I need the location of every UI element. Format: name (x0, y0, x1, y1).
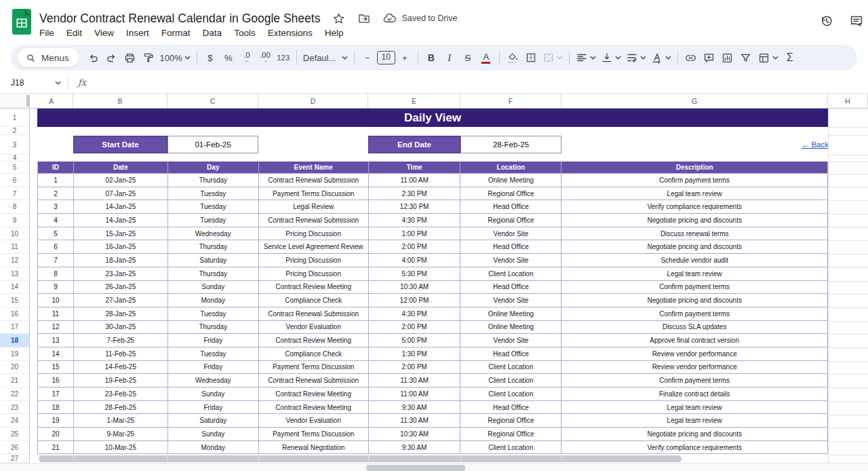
format-currency-button[interactable]: $ (201, 49, 219, 67)
cell[interactable]: 5 (38, 227, 74, 241)
cell[interactable]: 23-Feb-25 (74, 388, 168, 401)
cell[interactable]: Pricing Discussion (259, 267, 369, 281)
cell[interactable]: Approve final contract version (561, 334, 828, 347)
cell[interactable]: 3 (38, 200, 74, 214)
cell[interactable]: Vendor Site (460, 294, 561, 307)
cell[interactable]: Monday (168, 294, 259, 307)
cell[interactable]: Review vendor performance (561, 361, 828, 375)
menu-view[interactable]: View (88, 26, 120, 39)
cell[interactable]: 11:30 AM (369, 414, 461, 428)
row-header-27[interactable]: 27 (0, 454, 29, 463)
cell[interactable]: Saturday (168, 254, 259, 267)
vertical-align-button[interactable] (599, 49, 623, 67)
cell[interactable]: Discuss SLA updates (561, 321, 828, 335)
row-header-17[interactable]: 17 (0, 321, 29, 335)
bottom-scrollbar-thumb[interactable] (366, 465, 465, 471)
insert-link-button[interactable] (682, 49, 700, 67)
cell[interactable]: 13 (38, 334, 74, 347)
cell[interactable]: Tuesday (168, 214, 259, 227)
cell[interactable]: 19 (38, 414, 74, 428)
decrease-decimal-button[interactable]: .0← (238, 49, 256, 67)
show-comments-icon[interactable] (849, 14, 864, 29)
cell[interactable]: Legal team review (561, 267, 828, 281)
star-icon[interactable] (331, 11, 346, 26)
cell[interactable]: Contract Review Meeting (259, 388, 369, 401)
cell[interactable]: Wednesday (168, 227, 259, 241)
row-header-14[interactable]: 14 (0, 281, 29, 295)
decrease-font-size-button[interactable]: − (359, 49, 376, 67)
cell[interactable]: Contract Renewal Submission (259, 374, 369, 388)
cell[interactable]: Legal Review (259, 200, 369, 214)
cell[interactable]: Pricing Discussion (259, 254, 369, 267)
row-header-10[interactable]: 10 (0, 227, 29, 241)
cell[interactable]: Negotiate pricing and discounts (561, 428, 828, 441)
cell[interactable]: 2:00 PM (369, 240, 461, 254)
horizontal-align-button[interactable] (574, 49, 598, 67)
cell[interactable]: Contract Review Meeting (259, 334, 369, 347)
cell[interactable]: 15 (38, 361, 74, 375)
row-header-16[interactable]: 16 (0, 307, 29, 321)
cell[interactable]: Regional Office (460, 414, 561, 428)
menus-search-button[interactable]: Menus (18, 48, 79, 67)
borders-button[interactable] (522, 49, 540, 67)
more-formats-button[interactable]: 123 (275, 49, 292, 67)
insert-chart-button[interactable] (719, 49, 736, 67)
cell[interactable]: 1 (38, 174, 74, 187)
cell[interactable]: 9 (38, 281, 74, 295)
cell[interactable]: Head Office (460, 240, 561, 254)
document-title[interactable]: Vendor Contract Renewal Calendar in Goog… (39, 12, 320, 26)
menu-tools[interactable]: Tools (228, 26, 262, 39)
cell[interactable]: 12:30 PM (369, 200, 461, 214)
fill-color-button[interactable] (504, 49, 521, 67)
column-header-G[interactable]: G (561, 94, 828, 108)
row-header-19[interactable]: 19 (0, 347, 29, 361)
cell[interactable]: 12:00 PM (369, 294, 461, 307)
cell[interactable]: 28-Jan-25 (74, 307, 168, 321)
cell[interactable]: 11 (38, 307, 74, 321)
zoom-dropdown[interactable]: 100% (158, 49, 193, 67)
cell[interactable]: 9:30 AM (369, 401, 461, 415)
row-header-13[interactable]: 13 (0, 267, 29, 281)
row-header-15[interactable]: 15 (0, 294, 29, 307)
cell[interactable]: 12 (38, 321, 74, 335)
row-header-23[interactable]: 23 (0, 401, 29, 415)
row-header-25[interactable]: 25 (0, 428, 29, 441)
cell[interactable]: Pricing Discussion (259, 227, 369, 241)
column-header-D[interactable]: D (258, 94, 368, 108)
back-link[interactable]: ← Back (802, 140, 829, 149)
cell[interactable]: Head Office (460, 401, 561, 415)
cell[interactable]: Regional Office (460, 428, 561, 441)
undo-button[interactable] (85, 49, 102, 67)
cell[interactable]: Client Location (460, 267, 561, 281)
column-header-E[interactable]: E (368, 94, 460, 108)
row-header-4[interactable]: 4 (0, 155, 29, 162)
cell[interactable]: Negotiate pricing and discounts (561, 214, 828, 227)
cell[interactable]: Sunday (168, 388, 259, 401)
table-header-cell[interactable]: Date (74, 162, 168, 174)
cell[interactable]: Compliance Check (259, 347, 369, 361)
cell[interactable]: Thursday (168, 267, 259, 281)
cell[interactable]: Head Office (460, 281, 561, 295)
cell[interactable]: Payment Terms Discussion (259, 428, 369, 441)
cell[interactable]: Client Location (460, 361, 561, 375)
cell[interactable]: 1:00 PM (369, 227, 461, 241)
row-header-11[interactable]: 11 (0, 240, 29, 254)
cell[interactable]: Renewal Negotiation (259, 441, 369, 455)
cell[interactable]: 18 (38, 401, 74, 415)
text-wrap-button[interactable] (624, 49, 648, 67)
cell[interactable]: Legal team review (561, 414, 828, 428)
cell[interactable]: Payment Terms Discussion (259, 361, 369, 375)
cell[interactable]: Online Meeting (460, 321, 561, 335)
column-header-H[interactable]: H (828, 94, 868, 108)
cell[interactable]: 11-Feb-25 (74, 347, 168, 361)
cell[interactable]: Regional Office (460, 214, 561, 227)
text-rotation-button[interactable] (649, 49, 673, 67)
cell[interactable]: 2:00 PM (369, 361, 461, 375)
row-header-6[interactable]: 6 (0, 174, 29, 187)
cell[interactable]: Client Location (460, 441, 561, 455)
table-header-cell[interactable]: Event Name (259, 162, 369, 174)
cell[interactable]: 10 (38, 294, 74, 307)
font-size-input[interactable]: 10 (377, 51, 395, 64)
row-header-18[interactable]: 18 (0, 334, 29, 347)
increase-font-size-button[interactable]: + (396, 49, 414, 67)
